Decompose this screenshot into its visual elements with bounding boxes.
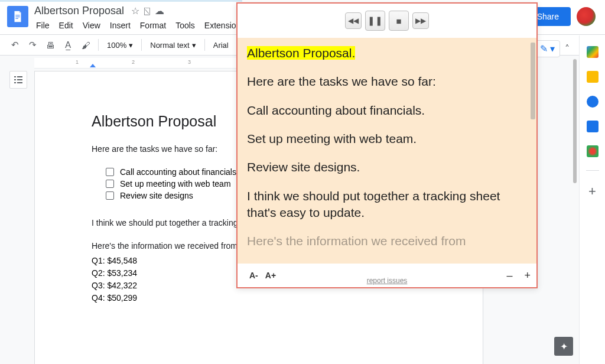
menu-edit[interactable]: Edit: [55, 18, 77, 32]
reader-line: I think we should put together a trackin…: [247, 188, 527, 222]
reader-line: Call accounting about financials.: [247, 102, 527, 119]
reader-line: Here's the information we received from: [247, 233, 527, 249]
side-separator: [586, 170, 599, 171]
spellcheck-icon[interactable]: A̲: [60, 37, 76, 53]
calendar-icon[interactable]: [587, 46, 599, 58]
reader-overlay: ◀◀ ❚❚ ■ ▶▶ Albertson Proposal. Here are …: [236, 2, 538, 288]
svg-rect-2: [15, 18, 18, 19]
print-icon[interactable]: 🖶: [43, 37, 58, 53]
move-icon[interactable]: ⍂: [144, 6, 150, 17]
style-select[interactable]: Normal text▾: [147, 41, 199, 50]
chevron-down-icon: ▾: [129, 41, 133, 50]
reader-controls: ◀◀ ❚❚ ■ ▶▶: [238, 4, 536, 38]
cloud-icon[interactable]: ☁: [155, 5, 164, 17]
checkbox-icon[interactable]: [106, 191, 114, 200]
collapse-icon[interactable]: ˄: [565, 43, 570, 54]
menu-tools[interactable]: Tools: [171, 18, 199, 32]
tasks-icon[interactable]: [587, 96, 599, 108]
svg-rect-1: [15, 17, 19, 17]
svg-rect-6: [17, 79, 22, 80]
rewind-button[interactable]: ◀◀: [345, 12, 362, 29]
checklist-label: Set up meeting with web team: [120, 179, 231, 188]
reader-highlight: Albertson Proposal.: [247, 46, 355, 60]
forward-button[interactable]: ▶▶: [412, 12, 429, 29]
undo-icon[interactable]: ↶: [7, 37, 22, 53]
checkbox-icon[interactable]: [106, 180, 114, 188]
menu-view[interactable]: View: [79, 18, 105, 32]
font-increase-button[interactable]: A+: [262, 271, 279, 280]
style-value: Normal text: [150, 41, 189, 50]
report-issues-link[interactable]: report issues: [367, 277, 408, 285]
zoom-in-button[interactable]: +: [524, 269, 531, 282]
svg-rect-5: [14, 79, 16, 80]
zoom-value: 100%: [107, 41, 126, 50]
paint-format-icon[interactable]: 🖌: [78, 37, 93, 53]
reader-line: Here are the tasks we have so far:: [247, 73, 527, 90]
reader-scrollbar[interactable]: [531, 43, 535, 119]
checklist-label: Call accounting about financials: [120, 167, 236, 177]
editing-mode: ✎▾ ˄: [535, 40, 570, 57]
font-value: Arial: [213, 41, 229, 50]
zoom-select[interactable]: 100%▾: [103, 41, 136, 50]
menu-insert[interactable]: Insert: [106, 18, 135, 32]
contacts-icon[interactable]: [587, 121, 599, 132]
ruler-mark: 1: [76, 59, 79, 65]
ruler-mark: 3: [188, 59, 191, 65]
svg-rect-4: [17, 76, 22, 77]
chevron-down-icon: ▾: [192, 41, 196, 50]
add-addon-icon[interactable]: +: [588, 184, 596, 199]
svg-rect-0: [15, 15, 19, 15]
chevron-down-icon: ▾: [550, 43, 555, 54]
vertical-scrollbar[interactable]: [573, 59, 577, 183]
docs-logo-icon: [11, 10, 24, 23]
redo-icon[interactable]: ↷: [25, 37, 40, 53]
outline-button[interactable]: [9, 71, 27, 89]
svg-rect-7: [14, 82, 16, 83]
keep-icon[interactable]: [587, 71, 599, 83]
side-panel: +: [579, 35, 605, 364]
reader-line: Albertson Proposal.: [247, 45, 527, 61]
reader-line: Review site designs.: [247, 159, 527, 176]
docs-logo[interactable]: [7, 6, 28, 27]
stop-button[interactable]: ■: [389, 11, 409, 31]
explore-button[interactable]: ✦: [554, 337, 573, 356]
doc-line: Q4: $50,299: [92, 292, 426, 304]
toolbar-separator: [98, 39, 99, 51]
indent-marker[interactable]: [90, 64, 96, 67]
toolbar-separator: [204, 39, 205, 51]
reader-body[interactable]: Albertson Proposal. Here are the tasks w…: [238, 38, 536, 264]
checkbox-icon[interactable]: [106, 168, 114, 176]
editing-mode-button[interactable]: ✎▾: [535, 40, 560, 57]
menu-file[interactable]: File: [32, 18, 54, 32]
doc-title[interactable]: Albertson Proposal: [32, 5, 126, 17]
pause-button[interactable]: ❚❚: [365, 11, 385, 31]
star-icon[interactable]: ☆: [131, 5, 139, 17]
font-decrease-button[interactable]: A-: [246, 271, 262, 280]
list-icon: [14, 75, 23, 84]
toolbar-separator: [141, 39, 142, 51]
pencil-icon: ✎: [540, 43, 548, 54]
menu-format[interactable]: Format: [136, 18, 170, 32]
maps-icon[interactable]: [587, 145, 599, 157]
ruler-mark: 2: [132, 59, 135, 65]
browser-tab-strip: [0, 0, 605, 2]
svg-rect-8: [17, 82, 22, 83]
avatar[interactable]: [577, 7, 596, 26]
checklist-label: Review site designs: [120, 191, 193, 200]
svg-rect-3: [14, 76, 16, 77]
reader-footer: A- A+ report issues – +: [238, 264, 536, 287]
font-select[interactable]: Arial: [210, 41, 232, 50]
reader-line: Set up meeting with web team.: [247, 131, 527, 147]
zoom-out-button[interactable]: –: [506, 269, 512, 282]
